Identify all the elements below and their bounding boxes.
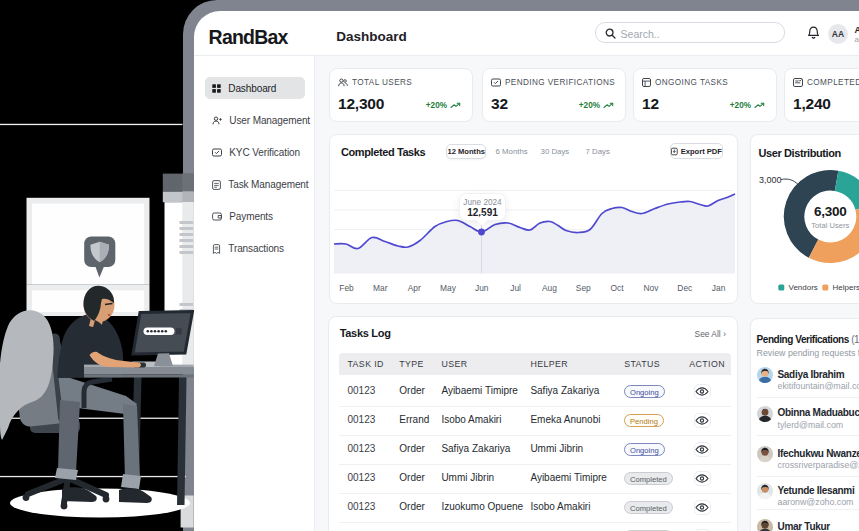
svg-text:Helpers: Helpers: [832, 283, 859, 292]
svg-text:3,000: 3,000: [759, 174, 782, 184]
svg-text:6,300: 6,300: [814, 204, 847, 219]
svg-text:Vendors: Vendors: [788, 283, 817, 292]
svg-text:Total Users: Total Users: [811, 220, 849, 229]
